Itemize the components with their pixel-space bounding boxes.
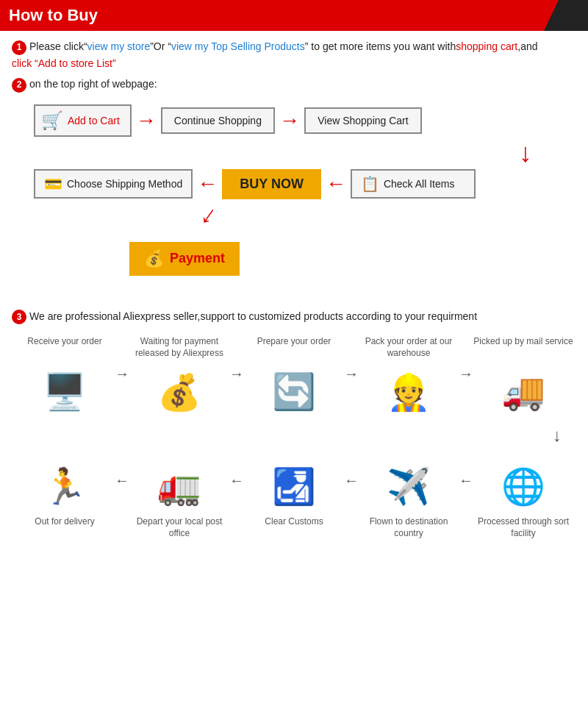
process-arrow-4: → — [459, 336, 473, 382]
process-item-4: Pack your order at our warehouse 👷 — [359, 336, 459, 422]
process-section-1: Receive your order 🖥️ → Waiting for paym… — [12, 336, 576, 422]
process-icon-9: ✈️ — [379, 457, 438, 516]
globe-icon: 🌐 — [501, 466, 545, 507]
process-label-2: Waiting for payment released by Aliexpre… — [129, 336, 229, 359]
process-icon-5: 🚚 — [494, 363, 553, 421]
shipping-icon: 💳 — [44, 175, 62, 193]
process-label-1: Receive your order — [27, 336, 101, 358]
step2-number: 2 — [12, 78, 26, 93]
process-icon-2: 💰 — [150, 363, 209, 422]
diagonal-arrow-icon: ↓ — [196, 198, 224, 231]
arrow-left-1: ← — [197, 172, 218, 196]
delivery-run-icon: 🏃 — [43, 466, 87, 507]
process-arrow-6: ← — [229, 457, 244, 489]
shipping-method-button[interactable]: 💳 Choose Shipping Method — [34, 169, 193, 199]
process-icon-1: 🖥️ — [35, 363, 94, 421]
computer-icon: 🖥️ — [43, 371, 87, 413]
process-arrow-3: → — [344, 336, 359, 382]
check-icon: 📋 — [361, 175, 379, 193]
process-label-6: Out for delivery — [35, 516, 94, 538]
row-down-arrow: ↓ — [12, 425, 576, 446]
payment-label: Payment — [170, 251, 225, 266]
content-area: 1 Please click“ view my store ”Or “ view… — [0, 31, 588, 559]
buy-now-button[interactable]: BUY NOW — [222, 169, 321, 199]
buy-now-label: BUY NOW — [240, 176, 304, 191]
link-view-store[interactable]: view my store — [87, 38, 151, 54]
flow-row2: 💳 Choose Shipping Method ← BUY NOW ← 📋 C… — [34, 169, 576, 199]
process-icon-10: 🌐 — [494, 457, 553, 516]
process-item-8: 🛃 Clear Customs — [244, 457, 344, 543]
check-all-items-button[interactable]: 📋 Check All Items — [351, 169, 476, 199]
link-top-selling[interactable]: view my Top Selling Products — [171, 38, 305, 54]
process-icon-7: 🚛 — [150, 457, 209, 516]
step3-number: 3 — [12, 310, 26, 324]
step2-line: 2 on the top right of webpage: — [12, 76, 576, 93]
continue-shopping-label: Continue Shopping — [174, 115, 262, 126]
process-arrow-7: ← — [344, 457, 359, 489]
shipping-label: Choose Shipping Method — [67, 178, 182, 190]
process-flow-row1: Receive your order 🖥️ → Waiting for paym… — [12, 336, 576, 422]
plane-icon: ✈️ — [387, 466, 431, 507]
process-arrow-5: ← — [115, 457, 129, 489]
process-label-5: Picked up by mail service — [473, 336, 573, 358]
process-label-7: Depart your local post office — [129, 516, 229, 539]
customs-icon: 🛃 — [272, 466, 316, 507]
step3-text: We are professional Aliexpress seller,su… — [29, 308, 477, 324]
truck-icon: 🚚 — [501, 371, 545, 413]
step1-suffix1: ” to get more items you want with — [305, 38, 456, 54]
arrow-down-container: ↓ — [34, 140, 576, 166]
process-label-10: Processed through sort facility — [473, 516, 573, 539]
process-flow-row2: 🏃 Out for delivery ← 🚛 Depart your local… — [12, 457, 576, 543]
payment-button[interactable]: 💰 Payment — [129, 242, 240, 276]
add-to-cart-button[interactable]: 🛒 Add to Cart — [34, 104, 132, 137]
step1-highlight1: shopping cart — [456, 38, 517, 54]
step2-text: on the top right of webpage: — [29, 76, 157, 92]
payment-row: 💰 Payment — [129, 242, 576, 276]
step1-prefix: Please click“ — [29, 38, 87, 54]
step1-number: 1 — [12, 40, 26, 55]
process-arrow-2: → — [229, 336, 244, 382]
payment-icon: 💰 — [144, 249, 164, 268]
refresh-icon: 🔄 — [272, 371, 316, 413]
step3-line: 3 We are professional Aliexpress seller,… — [12, 308, 576, 325]
flow-row1: 🛒 Add to Cart → Continue Shopping → View… — [34, 104, 576, 137]
process-item-6: 🏃 Out for delivery — [15, 457, 115, 543]
step3-area: 3 We are professional Aliexpress seller,… — [12, 308, 576, 552]
process-icon-6: 🏃 — [35, 457, 94, 516]
process-item-5: Picked up by mail service 🚚 — [473, 336, 573, 421]
process-item-1: Receive your order 🖥️ — [15, 336, 115, 421]
process-item-10: 🌐 Processed through sort facility — [473, 457, 573, 543]
process-item-9: ✈️ Flown to destination country — [359, 457, 459, 543]
step1-suffix2: ,and — [517, 38, 537, 54]
process-icon-4: 👷 — [379, 363, 438, 422]
process-item-3: Prepare your order 🔄 — [244, 336, 344, 421]
process-section-2: 🏃 Out for delivery ← 🚛 Depart your local… — [12, 457, 576, 543]
arrow-down-icon: ↓ — [519, 140, 532, 166]
step1-line: 1 Please click“ view my store ”Or “ view… — [12, 38, 576, 71]
process-icon-8: 🛃 — [265, 457, 323, 516]
arrow-right-2: → — [279, 109, 300, 132]
page-title: How to Buy — [9, 6, 98, 25]
cart-icon: 🛒 — [41, 110, 63, 131]
continue-shopping-button[interactable]: Continue Shopping — [161, 107, 275, 134]
process-label-4: Pack your order at our warehouse — [359, 336, 459, 359]
process-label-8: Clear Customs — [265, 516, 323, 538]
view-cart-label: View Shopping Cart — [318, 115, 408, 126]
step1-highlight2: click “Add to store List” — [12, 55, 116, 71]
arrow-left-2: ← — [326, 172, 346, 196]
view-cart-button[interactable]: View Shopping Cart — [304, 107, 422, 134]
process-item-2: Waiting for payment released by Aliexpre… — [129, 336, 229, 422]
check-items-label: Check All Items — [384, 178, 454, 190]
process-item-7: 🚛 Depart your local post office — [129, 457, 229, 543]
process-arrow-8: ← — [459, 457, 473, 489]
worker-icon: 👷 — [387, 372, 431, 413]
money-bag-icon: 💰 — [157, 372, 201, 413]
diag-arrow-area: ↓ — [34, 199, 576, 236]
process-icon-3: 🔄 — [265, 363, 323, 421]
postal-truck-icon: 🚛 — [157, 466, 201, 507]
process-label-3: Prepare your order — [257, 336, 331, 358]
flow-diagram: 🛒 Add to Cart → Continue Shopping → View… — [12, 97, 576, 290]
process-label-9: Flown to destination country — [359, 516, 459, 539]
page-header: How to Buy — [0, 0, 588, 31]
step1-mid1: ”Or “ — [150, 38, 171, 54]
